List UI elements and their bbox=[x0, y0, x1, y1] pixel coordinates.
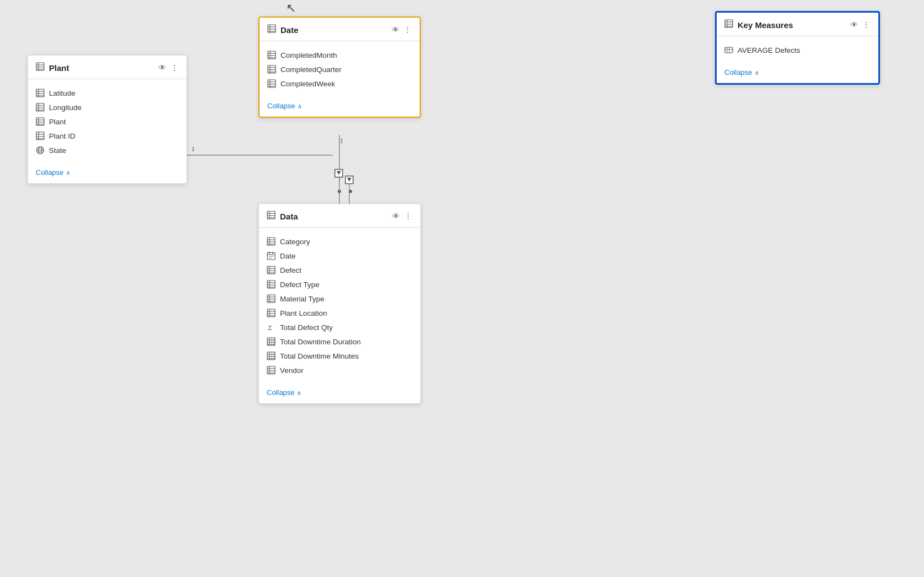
totaldowntimeminutes-icon bbox=[267, 351, 276, 360]
completedweek-icon bbox=[267, 79, 276, 88]
materialtype-icon bbox=[267, 294, 276, 303]
data-collapse-link[interactable]: Collapse bbox=[259, 384, 420, 403]
svg-point-8 bbox=[338, 190, 341, 193]
plant-chevron-icon bbox=[66, 168, 70, 177]
data-field-totaldefectqty: Σ Total Defect Qty bbox=[267, 320, 413, 334]
avgdefects-label: AVERAGE Defects bbox=[738, 46, 800, 54]
data-field-defect: Defect bbox=[267, 263, 413, 277]
completedmonth-label: CompletedMonth bbox=[280, 51, 337, 59]
keymeasures-header-actions: 👁 ⋮ bbox=[850, 20, 871, 29]
data-field-defecttype: Defect Type bbox=[267, 277, 413, 292]
date-field-completedmonth: CompletedMonth bbox=[267, 48, 412, 62]
date-chevron-icon bbox=[298, 102, 302, 110]
keymeasures-eye-icon[interactable]: 👁 bbox=[850, 20, 858, 29]
category-label: Category bbox=[280, 238, 310, 246]
data-field-totaldowntimeduration: Total Downtime Duration bbox=[267, 334, 413, 349]
date-ellipsis-icon[interactable]: ⋮ bbox=[404, 25, 412, 34]
longitude-table-icon bbox=[36, 103, 45, 112]
latitude-label: Latitude bbox=[49, 89, 75, 97]
svg-marker-5 bbox=[337, 171, 341, 175]
plant-ellipsis-icon[interactable]: ⋮ bbox=[170, 63, 179, 72]
plant-card: Plant 👁 ⋮ Latitude bbox=[28, 55, 187, 184]
latitude-table-icon bbox=[36, 89, 45, 97]
plantlocation-icon bbox=[267, 309, 276, 317]
plant-card-header: Plant 👁 ⋮ bbox=[28, 56, 186, 79]
data-field-totaldowntimeminutes: Total Downtime Minutes bbox=[267, 349, 413, 363]
defect-icon bbox=[267, 266, 276, 274]
cursor-indicator: ↖ bbox=[286, 1, 296, 15]
svg-text:Σ: Σ bbox=[267, 323, 272, 332]
data-ellipsis-icon[interactable]: ⋮ bbox=[404, 212, 413, 221]
plant-field-plant: Plant bbox=[36, 114, 179, 129]
data-chevron-icon bbox=[297, 388, 301, 397]
completedquarter-label: CompletedQuarter bbox=[280, 65, 342, 74]
totaldowntimeduration-icon bbox=[267, 337, 276, 346]
plant-field-plantid: Plant ID bbox=[36, 129, 179, 143]
svg-marker-7 bbox=[347, 178, 351, 182]
plant-collapse-link[interactable]: Collapse bbox=[28, 164, 186, 183]
data-card-header: Data 👁 ⋮ bbox=[259, 204, 420, 228]
plantid-label: Plant ID bbox=[49, 132, 75, 140]
date-card-body: CompletedMonth CompletedQuarter bbox=[260, 41, 420, 97]
plant-field-state: State bbox=[36, 143, 179, 157]
plant-field-latitude: Latitude bbox=[36, 86, 179, 100]
keymeasures-table-icon bbox=[724, 19, 733, 30]
plant-collapse-label: Collapse bbox=[36, 168, 64, 177]
date-collapse-link[interactable]: Collapse bbox=[260, 97, 420, 117]
plant-table-icon2 bbox=[36, 117, 45, 126]
data-field-vendor: Vendor bbox=[267, 363, 413, 377]
vendor-icon bbox=[267, 366, 276, 375]
data-eye-icon[interactable]: 👁 bbox=[392, 212, 400, 221]
svg-rect-126 bbox=[725, 47, 733, 53]
keymeasures-collapse-label: Collapse bbox=[724, 68, 752, 76]
keymeasures-ellipsis-icon[interactable]: ⋮ bbox=[862, 20, 871, 29]
data-field-category: Category bbox=[267, 234, 413, 249]
date-header-actions: 👁 ⋮ bbox=[392, 25, 412, 34]
svg-text:1: 1 bbox=[191, 145, 195, 153]
svg-rect-4 bbox=[335, 169, 343, 177]
keymeasures-card: Key Measures 👁 ⋮ AVERAGE Defects bbox=[715, 11, 880, 85]
materialtype-label: Material Type bbox=[280, 295, 324, 303]
keymeasures-card-title: Key Measures bbox=[738, 20, 846, 30]
plantlocation-label: Plant Location bbox=[280, 309, 327, 317]
diagram-canvas: 1 1 bbox=[0, 0, 924, 577]
state-globe-icon bbox=[36, 146, 45, 155]
keymeasures-card-header: Key Measures 👁 ⋮ bbox=[717, 13, 878, 36]
date-eye-icon[interactable]: 👁 bbox=[392, 25, 399, 34]
plantid-table-icon bbox=[36, 131, 45, 140]
totaldowntimeminutes-label: Total Downtime Minutes bbox=[280, 352, 359, 360]
totaldefectqty-label: Total Defect Qty bbox=[280, 323, 333, 332]
svg-rect-74 bbox=[269, 252, 270, 254]
completedweek-label: CompletedWeek bbox=[280, 80, 336, 88]
vendor-label: Vendor bbox=[280, 366, 304, 375]
plant-eye-icon[interactable]: 👁 bbox=[158, 63, 166, 72]
date-field-completedweek: CompletedWeek bbox=[267, 76, 412, 91]
totaldowntimeduration-label: Total Downtime Duration bbox=[280, 338, 361, 346]
date-field-completedquarter: CompletedQuarter bbox=[267, 62, 412, 76]
keymeasures-collapse-link[interactable]: Collapse bbox=[717, 64, 878, 83]
data-card-title: Data bbox=[280, 212, 388, 221]
defecttype-label: Defect Type bbox=[280, 281, 320, 289]
totaldefectqty-sum-icon: Σ bbox=[267, 323, 276, 332]
data-collapse-label: Collapse bbox=[267, 388, 295, 397]
data-card: Data 👁 ⋮ Category bbox=[258, 204, 421, 404]
date-card-title: Date bbox=[280, 25, 387, 35]
category-icon bbox=[267, 237, 276, 246]
plant-field-longitude: Longitude bbox=[36, 100, 179, 114]
plant-card-body: Latitude Longitude bbox=[28, 79, 186, 164]
data-field-date: Date bbox=[267, 249, 413, 263]
data-table-icon bbox=[267, 211, 276, 222]
keymeasures-chevron-icon bbox=[755, 68, 759, 76]
data-field-plantlocation: Plant Location bbox=[267, 306, 413, 320]
state-label: State bbox=[49, 146, 67, 155]
plant-name-label: Plant bbox=[49, 118, 66, 126]
avgdefects-measure-icon bbox=[724, 46, 733, 54]
date-field-label: Date bbox=[280, 252, 296, 260]
svg-point-9 bbox=[349, 190, 352, 193]
svg-rect-6 bbox=[345, 176, 353, 184]
defect-label: Defect bbox=[280, 266, 301, 274]
completedmonth-icon bbox=[267, 51, 276, 59]
plant-card-title: Plant bbox=[49, 63, 154, 73]
data-header-actions: 👁 ⋮ bbox=[392, 212, 413, 221]
date-card-header: Date 👁 ⋮ bbox=[260, 18, 420, 41]
